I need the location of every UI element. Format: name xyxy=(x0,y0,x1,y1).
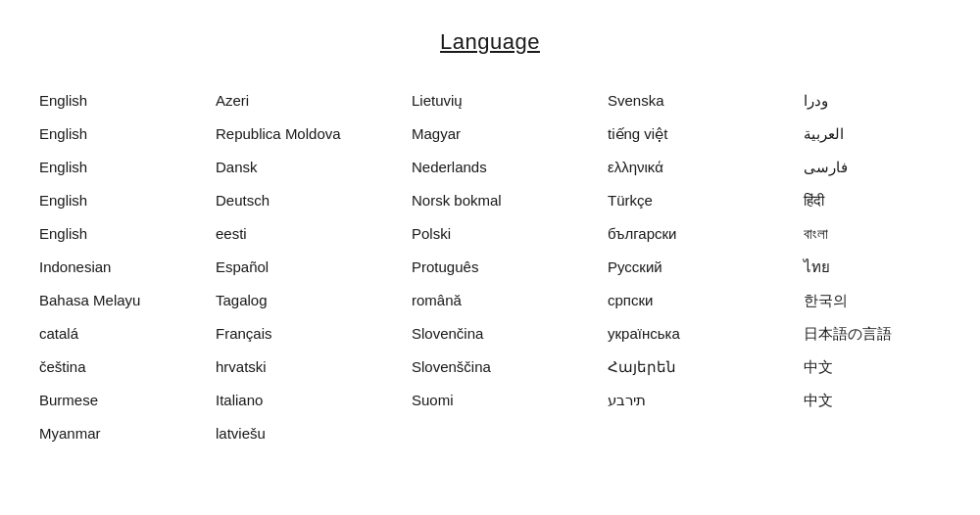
language-item[interactable]: українська xyxy=(608,317,804,351)
language-item[interactable] xyxy=(412,417,608,450)
language-item[interactable]: latviešu xyxy=(216,417,412,450)
language-item[interactable]: English xyxy=(39,217,216,251)
language-item[interactable]: čeština xyxy=(39,351,216,384)
language-item[interactable]: Tagalog xyxy=(216,284,412,317)
language-item[interactable]: 中文 xyxy=(804,384,980,417)
language-item[interactable]: 中文 xyxy=(804,351,980,384)
language-item[interactable]: eesti xyxy=(216,217,412,251)
language-item[interactable]: Azeri xyxy=(216,84,412,117)
language-item[interactable]: Norsk bokmal xyxy=(412,184,608,217)
language-item[interactable]: हिंदी xyxy=(804,184,980,217)
language-item[interactable]: תירבע xyxy=(608,384,804,417)
language-item[interactable]: Русский xyxy=(608,251,804,284)
language-item[interactable]: Protuguês xyxy=(412,251,608,284)
language-item[interactable]: Slovenščina xyxy=(412,351,608,384)
language-item[interactable]: ไทย xyxy=(804,251,980,284)
language-item[interactable]: English xyxy=(39,151,216,184)
language-item[interactable]: Dansk xyxy=(216,151,412,184)
language-item[interactable]: hrvatski xyxy=(216,351,412,384)
page-title: Language xyxy=(39,29,941,55)
language-item[interactable]: српски xyxy=(608,284,804,317)
language-item[interactable]: Bahasa Melayu xyxy=(39,284,216,317)
language-item[interactable]: română xyxy=(412,284,608,317)
language-item[interactable]: العربیة xyxy=(804,117,980,151)
language-item[interactable]: Nederlands xyxy=(412,151,608,184)
language-item[interactable]: Italiano xyxy=(216,384,412,417)
language-item[interactable]: 한국의 xyxy=(804,284,980,317)
language-item[interactable] xyxy=(804,417,980,450)
language-item[interactable]: English xyxy=(39,117,216,151)
language-item[interactable]: English xyxy=(39,84,216,117)
language-item[interactable]: Republica Moldova xyxy=(216,117,412,151)
language-item[interactable]: Indonesian xyxy=(39,251,216,284)
language-item[interactable] xyxy=(608,417,804,450)
language-item[interactable]: Suomi xyxy=(412,384,608,417)
language-item[interactable]: English xyxy=(39,184,216,217)
language-grid: EnglishAzeriLietuviųSvenskaودراEnglishRe… xyxy=(39,84,941,450)
language-item[interactable]: tiếng việt xyxy=(608,117,804,151)
language-item[interactable]: ελληνικά xyxy=(608,151,804,184)
language-item[interactable]: Burmese xyxy=(39,384,216,417)
language-item[interactable]: Հայերեն xyxy=(608,351,804,384)
language-item[interactable]: বাংলা xyxy=(804,217,980,251)
language-item[interactable]: Français xyxy=(216,317,412,351)
language-item[interactable]: 日本語の言語 xyxy=(804,317,980,351)
language-item[interactable]: Magyar xyxy=(412,117,608,151)
language-item[interactable]: Türkçe xyxy=(608,184,804,217)
language-item[interactable]: catalá xyxy=(39,317,216,351)
language-item[interactable]: Polski xyxy=(412,217,608,251)
language-item[interactable]: فارسی xyxy=(804,151,980,184)
language-item[interactable]: ودرا xyxy=(804,84,980,117)
language-item[interactable]: Slovenčina xyxy=(412,317,608,351)
language-item[interactable]: Myanmar xyxy=(39,417,216,450)
language-item[interactable]: Svenska xyxy=(608,84,804,117)
language-item[interactable]: Español xyxy=(216,251,412,284)
language-item[interactable]: Lietuvių xyxy=(412,84,608,117)
language-item[interactable]: Deutsch xyxy=(216,184,412,217)
page-container: Language EnglishAzeriLietuviųSvenskaودرا… xyxy=(0,0,980,480)
language-item[interactable]: български xyxy=(608,217,804,251)
